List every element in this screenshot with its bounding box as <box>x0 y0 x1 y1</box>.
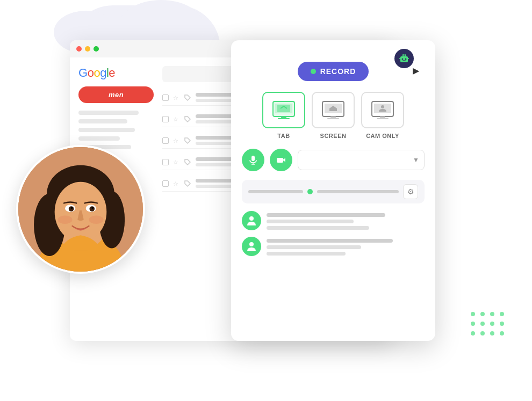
svg-rect-22 <box>251 156 255 161</box>
dot-10 <box>480 331 485 336</box>
svg-point-43 <box>89 216 103 224</box>
email-checkbox-1[interactable] <box>162 94 169 101</box>
svg-point-40 <box>71 207 73 209</box>
user-line-1-3 <box>267 226 369 230</box>
svg-point-27 <box>249 242 254 246</box>
dot-6 <box>480 322 485 326</box>
star-icon-4[interactable]: ☆ <box>173 159 179 165</box>
dot-4 <box>500 312 504 316</box>
woman-avatar-circle <box>16 145 145 274</box>
camera-select-wrapper: ▼ <box>298 150 425 170</box>
star-icon-1[interactable]: ☆ <box>173 94 179 101</box>
svg-rect-20 <box>377 118 389 119</box>
compose-button[interactable]: men <box>78 86 154 103</box>
user-line-2-2 <box>267 245 361 249</box>
dot-12 <box>500 331 504 336</box>
tag-icon-5 <box>184 180 191 187</box>
svg-point-21 <box>381 105 384 108</box>
progress-track-right <box>317 190 399 193</box>
record-indicator-dot <box>311 69 316 74</box>
email-checkbox-3[interactable] <box>162 137 169 144</box>
svg-point-41 <box>91 207 94 209</box>
svg-point-3 <box>402 59 404 60</box>
tag-icon-3 <box>184 137 191 144</box>
svg-rect-16 <box>327 118 339 119</box>
user-list <box>242 211 425 256</box>
mode-icon-cam-only <box>361 92 404 128</box>
svg-point-4 <box>405 59 407 60</box>
recording-mode-options: TAB SCREEN <box>242 92 425 139</box>
svg-rect-19 <box>380 116 385 118</box>
star-icon-3[interactable]: ☆ <box>173 137 179 144</box>
email-checkbox-2[interactable] <box>162 116 169 122</box>
decorative-dots-pattern <box>471 312 505 337</box>
user-line-2-1 <box>267 239 393 243</box>
sidebar-line-1 <box>78 111 139 115</box>
mode-icon-tab <box>262 92 305 128</box>
mode-label-tab: TAB <box>277 133 290 139</box>
sidebar-line-3 <box>78 128 135 132</box>
svg-rect-25 <box>277 158 283 163</box>
dot-8 <box>500 322 504 326</box>
svg-rect-0 <box>400 56 408 62</box>
svg-rect-15 <box>330 116 336 118</box>
scene: Google men ☆ <box>0 0 532 401</box>
user-info-lines-1 <box>267 211 425 230</box>
microphone-button[interactable] <box>242 149 264 171</box>
sidebar-line-2 <box>78 119 127 123</box>
sidebar-line-4 <box>78 136 120 141</box>
user-list-item-1 <box>242 211 425 230</box>
robot-extension-icon[interactable] <box>394 49 414 68</box>
dot-7 <box>490 322 494 326</box>
tag-icon-1 <box>184 94 191 101</box>
star-icon-2[interactable]: ☆ <box>173 116 179 122</box>
browser-dot-close[interactable] <box>76 46 82 52</box>
user-list-item-2 <box>242 237 425 256</box>
star-icon-5[interactable]: ☆ <box>173 180 179 187</box>
dot-3 <box>490 312 494 316</box>
dot-1 <box>471 312 475 316</box>
mode-icon-screen <box>312 92 355 128</box>
user-line-1-1 <box>267 213 385 217</box>
progress-indicator-dot <box>307 189 313 194</box>
mode-label-screen: SCREEN <box>320 133 347 139</box>
gear-icon: ⚙ <box>407 187 414 196</box>
browser-dot-minimize[interactable] <box>85 46 90 52</box>
cursor-icon: ▶ <box>413 65 419 76</box>
mode-option-tab[interactable]: TAB <box>262 92 305 139</box>
sidebar-nav-lines <box>78 111 154 149</box>
user-avatar-2 <box>242 237 261 256</box>
svg-point-42 <box>57 216 72 224</box>
svg-rect-5 <box>402 61 406 62</box>
mode-option-screen[interactable]: SCREEN <box>312 92 355 139</box>
tag-icon-2 <box>184 115 191 123</box>
mode-label-cam-only: CAM ONLY <box>366 133 399 139</box>
robot-icon-wrapper: ▶ <box>392 47 416 70</box>
email-checkbox-5[interactable] <box>162 180 169 187</box>
dot-9 <box>471 331 475 336</box>
record-button-label: RECORD <box>320 67 356 76</box>
progress-track-left <box>248 190 303 193</box>
dot-11 <box>490 331 494 336</box>
dot-2 <box>480 312 485 316</box>
camera-button[interactable] <box>270 149 292 171</box>
woman-photo <box>18 147 143 272</box>
camera-select[interactable] <box>298 150 425 170</box>
audio-controls-row: ▼ <box>242 149 425 171</box>
email-checkbox-4[interactable] <box>162 159 169 165</box>
settings-gear-button[interactable]: ⚙ <box>403 184 418 199</box>
extension-popup: ▶ RECORD <box>231 40 435 341</box>
dot-5 <box>471 322 475 326</box>
user-info-lines-2 <box>267 237 425 256</box>
svg-point-26 <box>249 216 254 221</box>
user-avatar-1 <box>242 211 261 230</box>
tag-icon-4 <box>184 158 191 166</box>
record-button[interactable]: RECORD <box>298 62 369 81</box>
mode-option-cam-only[interactable]: CAM ONLY <box>361 92 404 139</box>
browser-dot-maximize[interactable] <box>94 46 99 52</box>
svg-rect-10 <box>281 116 286 118</box>
user-line-1-2 <box>267 220 354 223</box>
google-logo: Google <box>78 66 154 80</box>
svg-rect-11 <box>278 118 290 119</box>
user-line-2-3 <box>267 252 346 256</box>
